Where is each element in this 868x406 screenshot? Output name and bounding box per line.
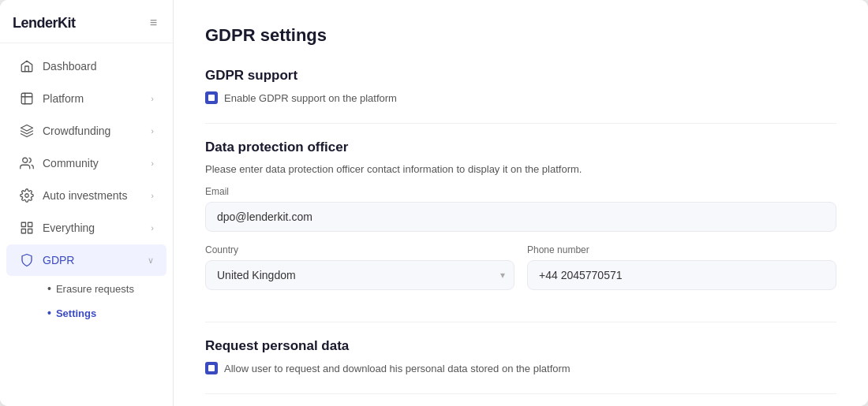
sidebar-item-settings[interactable]: Settings [41,301,166,325]
sidebar-item-crowdfunding[interactable]: Crowdfunding › [6,115,166,147]
collapse-button[interactable]: ≡ [147,14,160,32]
users-icon [19,155,35,171]
shield-icon [19,252,35,268]
page-title: GDPR settings [205,25,836,46]
request-personal-toggle[interactable] [205,362,218,374]
svg-rect-8 [21,229,25,233]
gdpr-submenu: Erasure requests Settings [0,277,173,325]
request-personal-title: Request personal data [205,338,836,354]
country-phone-row: Country United Kingdom United States Ger… [205,244,836,303]
home-icon [19,58,35,74]
svg-rect-0 [21,93,32,104]
svg-point-5 [25,194,29,198]
email-label: Email [205,186,836,197]
divider-1 [205,123,836,124]
gdpr-support-toggle-label: Enable GDPR support on the platform [224,92,397,104]
sidebar-item-auto-investments[interactable]: Auto investments › [6,180,166,211]
sidebar-item-crowdfunding-label: Crowdfunding [43,125,151,137]
divider-3 [205,393,836,394]
svg-rect-6 [21,222,25,226]
grid-icon [19,220,35,236]
gdpr-support-section: GDPR support Enable GDPR support on the … [205,68,836,104]
sidebar-item-platform-label: Platform [43,92,151,105]
sidebar-item-dashboard[interactable]: Dashboard [6,50,166,82]
table-icon [19,91,35,106]
email-field-group: Email [205,186,836,244]
layers-icon [19,123,35,139]
country-field-group: Country United Kingdom United States Ger… [205,244,514,303]
divider-2 [205,322,836,322]
country-select-wrapper: United Kingdom United States Germany Fra… [205,260,514,290]
gear-icon [19,188,35,203]
phone-label: Phone number [527,244,836,255]
sidebar-item-gdpr-label: GDPR [43,254,148,266]
data-protection-title: Data protection officer [205,140,836,155]
chevron-down-icon: ∨ [148,255,154,266]
erasure-requests-label: Erasure requests [56,283,134,295]
svg-rect-9 [28,229,32,233]
settings-label: Settings [56,307,96,319]
data-protection-desc: Please enter data protection officer con… [205,163,836,175]
app-logo: LenderKit [13,15,76,32]
sidebar-item-platform[interactable]: Platform › [6,83,166,114]
gdpr-support-toggle-row: Enable GDPR support on the platform [205,91,836,104]
email-input[interactable] [205,202,836,232]
chevron-right-icon: › [151,94,154,103]
svg-point-4 [23,158,28,162]
country-label: Country [205,244,514,255]
sidebar-item-everything[interactable]: Everything › [6,212,166,244]
chevron-right-icon-3: › [151,158,154,168]
svg-rect-7 [28,222,32,226]
svg-marker-3 [21,125,33,132]
sidebar-item-everything-label: Everything [43,222,151,234]
phone-input[interactable] [527,260,836,290]
main-content: GDPR settings GDPR support Enable GDPR s… [174,0,868,406]
chevron-right-icon-2: › [151,126,154,136]
sidebar-item-gdpr[interactable]: GDPR ∨ [6,244,166,276]
gdpr-support-title: GDPR support [205,68,836,84]
sidebar: LenderKit ≡ Dashboard Platform › [0,0,174,406]
sidebar-header: LenderKit ≡ [0,0,173,43]
chevron-right-icon-5: › [151,223,154,233]
sidebar-item-auto-investments-label: Auto investments [43,189,151,202]
request-personal-section: Request personal data Allow user to requ… [205,338,836,374]
sidebar-item-community-label: Community [43,157,151,169]
sidebar-item-community[interactable]: Community › [6,147,166,179]
chevron-right-icon-4: › [151,191,154,200]
request-personal-toggle-row: Allow user to request and download his p… [205,362,836,374]
country-select[interactable]: United Kingdom United States Germany Fra… [205,260,514,290]
data-protection-section: Data protection officer Please enter dat… [205,140,836,303]
gdpr-support-toggle[interactable] [205,91,218,104]
sidebar-item-dashboard-label: Dashboard [43,60,154,73]
phone-field-group: Phone number [527,244,836,303]
request-personal-toggle-label: Allow user to request and download his p… [224,363,571,374]
nav-menu: Dashboard Platform › Crowdfunding › [0,43,173,406]
sidebar-item-erasure-requests[interactable]: Erasure requests [41,277,166,300]
